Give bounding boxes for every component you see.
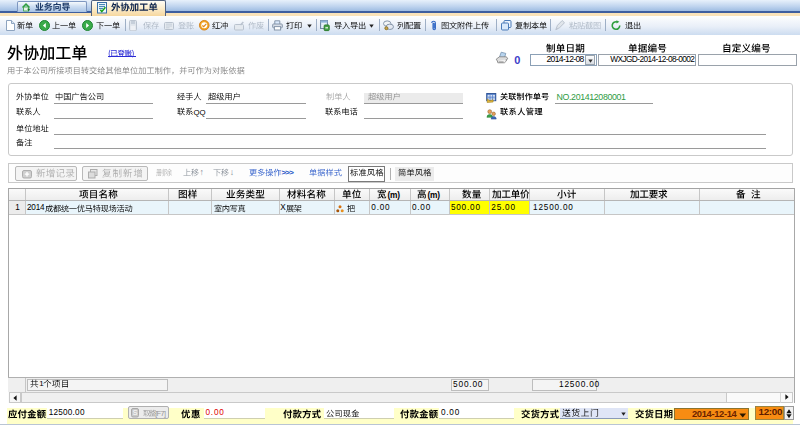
svg-text:S: S (133, 409, 138, 416)
